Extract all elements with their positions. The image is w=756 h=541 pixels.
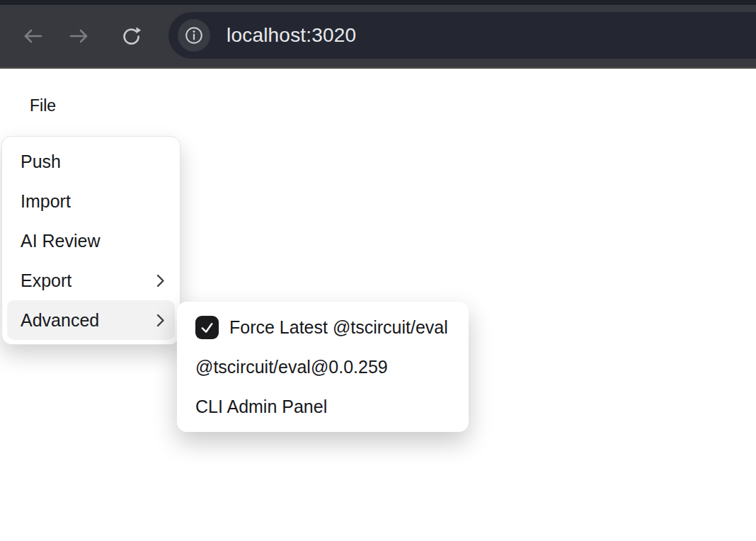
- submenu-item-eval-version[interactable]: @tscircuit/eval@0.0.259: [177, 347, 469, 387]
- menu-item-label: AI Review: [21, 231, 101, 251]
- submenu-item-cli-admin-panel[interactable]: CLI Admin Panel: [177, 387, 469, 426]
- forward-icon: [69, 29, 89, 43]
- chevron-right-icon: [156, 314, 165, 327]
- omnibox[interactable]: localhost:3020: [168, 12, 756, 59]
- reload-button[interactable]: [119, 23, 144, 49]
- menu-item-push[interactable]: Push: [7, 142, 175, 182]
- info-icon: [185, 26, 203, 45]
- back-button[interactable]: [20, 23, 45, 49]
- forward-button[interactable]: [67, 23, 92, 49]
- submenu-item-label: @tscircuit/eval@0.0.259: [195, 357, 388, 377]
- chevron-right-icon: [156, 274, 165, 287]
- submenu-item-label: Force Latest @tscircuit/eval: [229, 317, 448, 338]
- checkbox-checked[interactable]: [195, 316, 219, 339]
- reload-icon: [122, 26, 142, 46]
- file-menu-trigger[interactable]: File: [30, 96, 56, 115]
- submenu-item-label: CLI Admin Panel: [195, 397, 327, 417]
- window-top-strip: [0, 0, 756, 5]
- file-dropdown-menu: Push Import AI Review Export Advanced: [1, 136, 181, 345]
- menu-item-import[interactable]: Import: [7, 182, 175, 222]
- menu-item-advanced[interactable]: Advanced: [7, 300, 175, 340]
- menubar: [0, 69, 756, 140]
- menu-item-label: Push: [21, 152, 61, 172]
- menu-item-label: Advanced: [21, 310, 99, 331]
- browser-chrome: localhost:3020: [0, 0, 756, 69]
- back-icon: [23, 29, 42, 43]
- submenu-item-force-latest[interactable]: Force Latest @tscircuit/eval: [177, 307, 469, 347]
- check-icon: [199, 319, 215, 336]
- url-text: localhost:3020: [227, 24, 356, 47]
- menu-item-ai-review[interactable]: AI Review: [7, 222, 175, 261]
- menu-item-export[interactable]: Export: [7, 261, 175, 300]
- menu-item-label: Export: [21, 270, 71, 291]
- info-icon-wrap[interactable]: [178, 19, 210, 52]
- menu-item-label: Import: [21, 191, 71, 212]
- app-window: File Push Import AI Review Export Advanc…: [0, 0, 756, 541]
- advanced-submenu: Force Latest @tscircuit/eval @tscircuit/…: [177, 302, 469, 432]
